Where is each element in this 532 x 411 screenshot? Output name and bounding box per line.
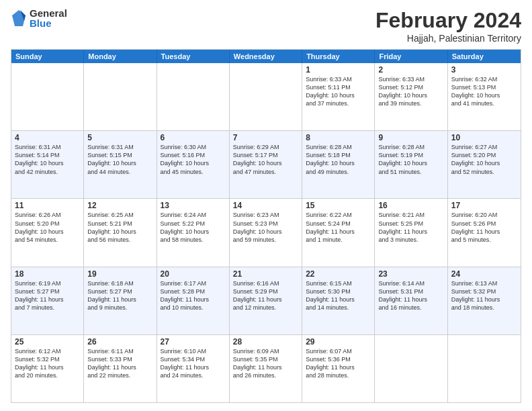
day-number: 3 (451, 65, 517, 75)
cell-info: Sunrise: 6:16 AM Sunset: 5:29 PM Dayligh… (233, 279, 298, 312)
cell-info: Sunrise: 6:20 AM Sunset: 5:26 PM Dayligh… (451, 211, 517, 244)
calendar-cell: 26Sunrise: 6:11 AM Sunset: 5:33 PM Dayli… (84, 335, 157, 402)
calendar-cell (375, 335, 447, 402)
calendar-cell: 9Sunrise: 6:28 AM Sunset: 5:19 PM Daylig… (375, 131, 447, 198)
month-title: February 2024 (375, 8, 521, 33)
cell-info: Sunrise: 6:11 AM Sunset: 5:33 PM Dayligh… (87, 347, 152, 380)
calendar-row: 1Sunrise: 6:33 AM Sunset: 5:11 PM Daylig… (11, 63, 521, 131)
day-number: 13 (161, 201, 226, 210)
calendar-cell: 28Sunrise: 6:09 AM Sunset: 5:35 PM Dayli… (230, 335, 302, 402)
calendar-cell: 25Sunrise: 6:12 AM Sunset: 5:32 PM Dayli… (11, 335, 84, 402)
cell-info: Sunrise: 6:31 AM Sunset: 5:15 PM Dayligh… (87, 143, 152, 176)
cell-info: Sunrise: 6:22 AM Sunset: 5:24 PM Dayligh… (306, 211, 371, 244)
cell-info: Sunrise: 6:33 AM Sunset: 5:12 PM Dayligh… (378, 75, 443, 108)
calendar-cell (11, 63, 84, 130)
day-number: 1 (306, 65, 371, 75)
calendar-cell (448, 335, 521, 402)
header-day: Monday (84, 50, 157, 63)
logo-icon (11, 9, 27, 28)
calendar-cell: 15Sunrise: 6:22 AM Sunset: 5:24 PM Dayli… (302, 199, 375, 266)
day-number: 17 (451, 201, 517, 210)
cell-info: Sunrise: 6:07 AM Sunset: 5:36 PM Dayligh… (306, 347, 371, 380)
day-number: 4 (15, 133, 80, 142)
calendar-cell: 22Sunrise: 6:15 AM Sunset: 5:30 PM Dayli… (302, 267, 375, 334)
day-number: 18 (15, 269, 80, 279)
calendar-cell: 11Sunrise: 6:26 AM Sunset: 5:20 PM Dayli… (11, 199, 84, 266)
calendar-cell (157, 63, 230, 130)
header-day: Tuesday (157, 50, 230, 63)
day-number: 10 (451, 133, 517, 142)
cell-info: Sunrise: 6:24 AM Sunset: 5:22 PM Dayligh… (161, 211, 226, 244)
day-number: 29 (306, 337, 371, 347)
cell-info: Sunrise: 6:19 AM Sunset: 5:27 PM Dayligh… (15, 279, 80, 312)
day-number: 11 (15, 201, 80, 210)
header-day: Sunday (11, 50, 84, 63)
cell-info: Sunrise: 6:28 AM Sunset: 5:19 PM Dayligh… (378, 143, 443, 176)
day-number: 5 (87, 133, 152, 142)
calendar-cell: 12Sunrise: 6:25 AM Sunset: 5:21 PM Dayli… (84, 199, 157, 266)
calendar-cell (230, 63, 302, 130)
cell-info: Sunrise: 6:17 AM Sunset: 5:28 PM Dayligh… (161, 279, 226, 312)
calendar-row: 4Sunrise: 6:31 AM Sunset: 5:14 PM Daylig… (11, 131, 521, 199)
cell-info: Sunrise: 6:21 AM Sunset: 5:25 PM Dayligh… (378, 211, 443, 244)
cell-info: Sunrise: 6:29 AM Sunset: 5:17 PM Dayligh… (233, 143, 298, 176)
day-number: 28 (233, 337, 298, 347)
day-number: 23 (378, 269, 443, 279)
title-block: February 2024 Hajjah, Palestinian Territ… (375, 8, 521, 44)
cell-info: Sunrise: 6:10 AM Sunset: 5:34 PM Dayligh… (161, 347, 226, 380)
calendar-cell (84, 63, 157, 130)
calendar-cell: 6Sunrise: 6:30 AM Sunset: 5:16 PM Daylig… (157, 131, 230, 198)
cell-info: Sunrise: 6:15 AM Sunset: 5:30 PM Dayligh… (306, 279, 371, 312)
calendar-cell: 10Sunrise: 6:27 AM Sunset: 5:20 PM Dayli… (448, 131, 521, 198)
cell-info: Sunrise: 6:32 AM Sunset: 5:13 PM Dayligh… (451, 75, 517, 108)
calendar-cell: 20Sunrise: 6:17 AM Sunset: 5:28 PM Dayli… (157, 267, 230, 334)
header-day: Saturday (448, 50, 521, 63)
calendar-cell: 2Sunrise: 6:33 AM Sunset: 5:12 PM Daylig… (375, 63, 447, 130)
calendar-cell: 17Sunrise: 6:20 AM Sunset: 5:26 PM Dayli… (448, 199, 521, 266)
cell-info: Sunrise: 6:27 AM Sunset: 5:20 PM Dayligh… (451, 143, 517, 176)
calendar-cell: 8Sunrise: 6:28 AM Sunset: 5:18 PM Daylig… (302, 131, 375, 198)
cell-info: Sunrise: 6:23 AM Sunset: 5:23 PM Dayligh… (233, 211, 298, 244)
calendar-body: 1Sunrise: 6:33 AM Sunset: 5:11 PM Daylig… (11, 63, 521, 402)
cell-info: Sunrise: 6:26 AM Sunset: 5:20 PM Dayligh… (15, 211, 80, 244)
cell-info: Sunrise: 6:33 AM Sunset: 5:11 PM Dayligh… (306, 75, 371, 108)
day-number: 8 (306, 133, 371, 142)
calendar-cell: 1Sunrise: 6:33 AM Sunset: 5:11 PM Daylig… (302, 63, 375, 130)
cell-info: Sunrise: 6:30 AM Sunset: 5:16 PM Dayligh… (161, 143, 226, 176)
cell-info: Sunrise: 6:18 AM Sunset: 5:27 PM Dayligh… (87, 279, 152, 312)
day-number: 15 (306, 201, 371, 210)
cell-info: Sunrise: 6:12 AM Sunset: 5:32 PM Dayligh… (15, 347, 80, 380)
calendar-cell: 3Sunrise: 6:32 AM Sunset: 5:13 PM Daylig… (448, 63, 521, 130)
calendar-cell: 4Sunrise: 6:31 AM Sunset: 5:14 PM Daylig… (11, 131, 84, 198)
calendar-cell: 27Sunrise: 6:10 AM Sunset: 5:34 PM Dayli… (157, 335, 230, 402)
day-number: 16 (378, 201, 443, 210)
day-number: 2 (378, 65, 443, 75)
header-day: Thursday (302, 50, 375, 63)
day-number: 27 (161, 337, 226, 347)
header: General Blue February 2024 Hajjah, Pales… (11, 8, 521, 44)
calendar-cell: 5Sunrise: 6:31 AM Sunset: 5:15 PM Daylig… (84, 131, 157, 198)
cell-info: Sunrise: 6:31 AM Sunset: 5:14 PM Dayligh… (15, 143, 80, 176)
calendar-cell: 24Sunrise: 6:13 AM Sunset: 5:32 PM Dayli… (448, 267, 521, 334)
day-number: 12 (87, 201, 152, 210)
calendar-row: 11Sunrise: 6:26 AM Sunset: 5:20 PM Dayli… (11, 199, 521, 267)
calendar-cell: 13Sunrise: 6:24 AM Sunset: 5:22 PM Dayli… (157, 199, 230, 266)
logo: General Blue (11, 8, 67, 28)
day-number: 22 (306, 269, 371, 279)
cell-info: Sunrise: 6:14 AM Sunset: 5:31 PM Dayligh… (378, 279, 443, 312)
day-number: 19 (87, 269, 152, 279)
cell-info: Sunrise: 6:13 AM Sunset: 5:32 PM Dayligh… (451, 279, 517, 312)
calendar-row: 18Sunrise: 6:19 AM Sunset: 5:27 PM Dayli… (11, 267, 521, 335)
header-day: Friday (375, 50, 447, 63)
day-number: 7 (233, 133, 298, 142)
day-number: 24 (451, 269, 517, 279)
page: General Blue February 2024 Hajjah, Pales… (0, 0, 532, 411)
calendar-cell: 23Sunrise: 6:14 AM Sunset: 5:31 PM Dayli… (375, 267, 447, 334)
cell-info: Sunrise: 6:09 AM Sunset: 5:35 PM Dayligh… (233, 347, 298, 380)
calendar-cell: 18Sunrise: 6:19 AM Sunset: 5:27 PM Dayli… (11, 267, 84, 334)
calendar-cell: 19Sunrise: 6:18 AM Sunset: 5:27 PM Dayli… (84, 267, 157, 334)
calendar-cell: 7Sunrise: 6:29 AM Sunset: 5:17 PM Daylig… (230, 131, 302, 198)
subtitle: Hajjah, Palestinian Territory (375, 33, 521, 44)
calendar-cell: 29Sunrise: 6:07 AM Sunset: 5:36 PM Dayli… (302, 335, 375, 402)
day-number: 9 (378, 133, 443, 142)
